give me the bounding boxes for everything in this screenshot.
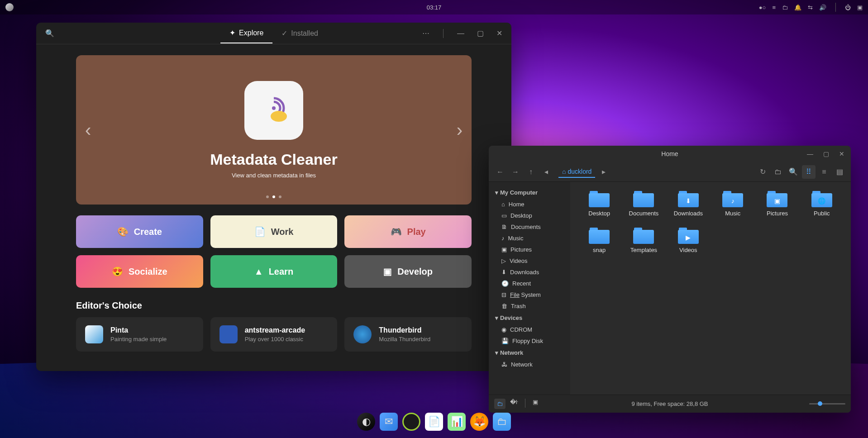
forward-button[interactable]: →	[509, 165, 522, 179]
folder-item[interactable]: Documents	[624, 191, 663, 217]
terminal-button[interactable]: ▣	[533, 399, 538, 409]
folder-item[interactable]: 🌐Public	[802, 191, 842, 217]
folder-label: snap	[593, 247, 606, 253]
icon-view-button[interactable]: ⠿	[802, 165, 816, 179]
zoom-handle[interactable]	[818, 401, 822, 406]
compact-view-button[interactable]: ▤	[833, 165, 846, 179]
disc-icon: ◉	[501, 326, 506, 333]
section-label: Devices	[500, 314, 522, 321]
folder-badge-icon: 🌐	[818, 197, 825, 205]
distro-logo-icon[interactable]	[5, 3, 14, 11]
maximize-button[interactable]: ▢	[821, 148, 831, 159]
category-learn[interactable]: ▲Learn	[210, 255, 338, 288]
up-button[interactable]: ↑	[524, 165, 538, 179]
notifications-icon[interactable]: 🔔	[794, 4, 801, 11]
sidebar-item-recent[interactable]: 🕘Recent	[491, 278, 568, 289]
power-icon[interactable]: ⏻	[845, 4, 851, 11]
sidebar-item-documents[interactable]: 🗎Documents	[491, 221, 568, 233]
sidebar-item-filesystem[interactable]: ⊟File System	[491, 289, 568, 300]
folder-label: Music	[725, 210, 740, 217]
dock-app-mail[interactable]: ✉	[380, 413, 398, 431]
hero-dot[interactable]	[266, 195, 269, 198]
category-play[interactable]: 🎮Play	[344, 215, 472, 248]
dock-app-writer[interactable]: 📄	[425, 413, 443, 431]
sidebar-item-floppy[interactable]: 💾Floppy Disk	[491, 335, 568, 347]
minimize-button[interactable]: —	[805, 148, 815, 159]
network-icon[interactable]: ⇆	[808, 4, 813, 11]
sidebar-item-downloads[interactable]: ⬇Downloads	[491, 267, 568, 278]
sidebar-item-music[interactable]: ♪Music	[491, 233, 568, 244]
record-indicator-icon[interactable]: ●○	[759, 4, 766, 11]
hero-dot[interactable]	[279, 195, 281, 198]
fm-statusbar: 🗀 �ŀ ▣ 9 items, Free space: 28,8 GB	[489, 395, 851, 413]
breadcrumb-prev-icon[interactable]: ◂	[539, 165, 553, 179]
volume-icon[interactable]: 🔊	[819, 4, 826, 11]
sidebar-item-desktop[interactable]: ▭Desktop	[491, 210, 568, 221]
tab-installed-label: Installed	[291, 29, 318, 38]
list-view-button[interactable]: ≡	[817, 165, 831, 179]
app-card-thunderbird[interactable]: Thunderbird Mozilla Thunderbird	[344, 317, 472, 352]
menu-icon[interactable]: ≡	[772, 4, 776, 11]
desktop-icon: ▭	[501, 212, 507, 219]
sidebar-item-home[interactable]: ⌂Home	[491, 199, 568, 210]
dock-app-music[interactable]	[402, 413, 420, 431]
maximize-button[interactable]: ▢	[475, 27, 486, 39]
refresh-button[interactable]: ↻	[756, 165, 769, 179]
tab-explore[interactable]: ✦ Explore	[220, 23, 272, 43]
minimize-button[interactable]: —	[455, 28, 466, 39]
sidebar-item-network[interactable]: 🖧Network	[491, 359, 568, 370]
folder-item[interactable]: Desktop	[579, 191, 619, 217]
folder-item[interactable]: Templates	[624, 228, 663, 253]
more-menu-icon[interactable]: ⋯	[420, 27, 431, 39]
category-develop[interactable]: ▣Develop	[344, 255, 472, 288]
sidebar-section-network[interactable]: ▾ Network	[491, 347, 568, 359]
folder-item[interactable]: snap	[579, 228, 619, 253]
panel-clock[interactable]: 03:17	[427, 4, 442, 11]
zoom-slider[interactable]	[809, 403, 845, 405]
hero-title: Metadata Cleaner	[210, 151, 338, 168]
breadcrumb-home[interactable]: ⌂ ducklord	[558, 166, 595, 178]
category-create[interactable]: 🎨Create	[76, 215, 203, 248]
folder-icon	[633, 191, 654, 207]
folder-item[interactable]: ▣Pictures	[757, 191, 797, 217]
category-work[interactable]: 📄Work	[210, 215, 338, 248]
tree-mode-button[interactable]: �ŀ	[510, 399, 518, 409]
folder-item[interactable]: ⬇Downloads	[668, 191, 708, 217]
dock-app-files[interactable]: 🗀	[493, 413, 511, 431]
dock-app-firefox[interactable]: 🦊	[470, 413, 488, 431]
sidebar-section-devices[interactable]: ▾ Devices	[491, 312, 568, 324]
back-button[interactable]: ←	[493, 165, 507, 179]
music-icon: ♪	[501, 235, 505, 242]
fm-folder-grid[interactable]: DesktopDocuments⬇Downloads♪Music▣Picture…	[570, 182, 851, 395]
folder-item[interactable]: ♪Music	[713, 191, 753, 217]
folder-icon: ▶	[678, 228, 699, 244]
close-button[interactable]: ✕	[837, 148, 846, 159]
sidebar-toggle-icon[interactable]: ▣	[857, 4, 863, 11]
new-folder-button[interactable]: 🗀	[771, 165, 785, 179]
separator	[443, 29, 444, 38]
hero-next-button[interactable]: ›	[457, 120, 463, 140]
dock-app-browser[interactable]: ◐	[357, 413, 375, 431]
folder-label: Desktop	[588, 210, 610, 217]
hero-prev-button[interactable]: ‹	[85, 120, 91, 140]
sidebar-item-cdrom[interactable]: ◉CDROM	[491, 324, 568, 335]
sidebar-item-pictures[interactable]: ▣Pictures	[491, 244, 568, 255]
breadcrumb-next-icon[interactable]: ▸	[597, 165, 610, 179]
places-mode-button[interactable]: 🗀	[494, 399, 506, 409]
search-button[interactable]: 🔍	[787, 165, 800, 179]
search-icon[interactable]: 🔍	[43, 27, 56, 39]
tab-installed[interactable]: ✓ Installed	[272, 23, 327, 43]
check-circle-icon: ✓	[281, 29, 287, 38]
hero-dot-active[interactable]	[272, 195, 275, 198]
app-card-pinta[interactable]: Pinta Painting made simple	[76, 317, 203, 352]
app-card-antstream[interactable]: antstream-arcade Play over 1000 classic	[210, 317, 338, 352]
featured-app-hero[interactable]: ‹ › Metadata Cleaner View and clean meta…	[76, 55, 472, 205]
sidebar-item-trash[interactable]: 🗑Trash	[491, 300, 568, 312]
sidebar-item-videos[interactable]: ▷Videos	[491, 255, 568, 267]
folder-tray-icon[interactable]: 🗀	[782, 4, 788, 11]
folder-item[interactable]: ▶Videos	[668, 228, 708, 253]
category-socialize[interactable]: 😍Socialize	[76, 255, 203, 288]
close-button[interactable]: ✕	[495, 27, 504, 39]
dock-app-calc[interactable]: 📊	[448, 413, 466, 431]
sidebar-section-computer[interactable]: ▾ My Computer	[491, 186, 568, 199]
